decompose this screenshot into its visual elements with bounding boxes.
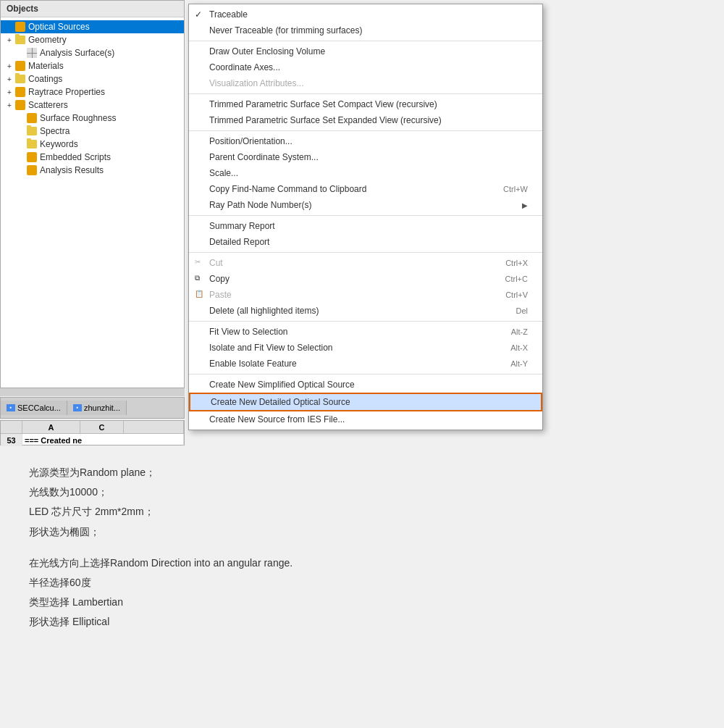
tree-expander[interactable]: + <box>5 75 14 83</box>
tree-item-coatings[interactable]: +Coatings <box>1 72 184 85</box>
menu-shortcut: Del <box>515 306 528 315</box>
tree-expander[interactable]: + <box>5 36 14 44</box>
tree-container: Optical Sources+GeometryAnalysis Surface… <box>1 17 184 180</box>
menu-item-label: Scale... <box>209 168 238 178</box>
tree-item-label: Analysis Surface(s) <box>40 48 114 58</box>
menu-item-position[interactable]: Position/Orientation... <box>189 133 542 149</box>
menu-shortcut: Ctrl+X <box>505 259 528 267</box>
tree-item-icon <box>27 152 37 162</box>
tab-icon: ▪ <box>73 404 82 411</box>
menu-item-label: Cut <box>209 258 223 268</box>
menu-item-trimmed_compact[interactable]: Trimmed Parametric Surface Set Compact V… <box>189 96 542 112</box>
text-line-1: 光线数为10000； <box>29 483 710 501</box>
menu-item-label: Create New Simplified Optical Source <box>209 380 355 390</box>
menu-separator <box>189 215 542 216</box>
menu-item-traceable[interactable]: Traceable <box>189 7 542 22</box>
menu-item-copy[interactable]: ⧉CopyCtrl+C <box>189 271 542 287</box>
text-line-3: 形状选为椭圆； <box>29 523 710 541</box>
tree-item-icon <box>27 140 37 148</box>
cut-icon: ✂ <box>195 258 206 268</box>
menu-item-create_ies[interactable]: Create New Source from IES File... <box>189 411 542 427</box>
cell-content: === Created ne <box>22 434 184 446</box>
menu-item-label: Ray Path Node Number(s) <box>209 200 311 210</box>
objects-header: Objects <box>1 1 184 17</box>
menu-item-create_simplified[interactable]: Create New Simplified Optical Source <box>189 377 542 393</box>
tree-expander[interactable]: + <box>5 88 14 96</box>
tree-item-label: Coatings <box>28 74 62 84</box>
menu-item-parent_coord[interactable]: Parent Coordinate System... <box>189 149 542 165</box>
tree-item-label: Surface Roughness <box>40 113 116 123</box>
menu-arrow-icon: ▶ <box>522 201 528 209</box>
tree-expander[interactable]: + <box>5 101 14 109</box>
menu-item-label: Visualization Attributes... <box>209 78 304 88</box>
menu-item-label: Delete (all highlighted items) <box>209 306 319 316</box>
tree-item-label: Geometry <box>28 35 67 45</box>
menu-item-label: Detailed Report <box>209 237 269 247</box>
menu-item-label: Summary Report <box>209 221 275 231</box>
tree-item-icon <box>27 113 37 123</box>
copy-icon: ⧉ <box>195 274 206 284</box>
tree-item-icon <box>15 22 25 32</box>
menu-item-label: Coordinate Axes... <box>209 62 280 72</box>
menu-separator <box>189 93 542 94</box>
scroll-indicator[interactable] <box>0 388 185 396</box>
menu-item-label: Traceable <box>209 9 248 20</box>
menu-item-delete[interactable]: Delete (all highlighted items)Del <box>189 303 542 319</box>
col-header-b: C <box>80 421 124 433</box>
menu-item-enable_isolate[interactable]: Enable Isolate FeatureAlt-Y <box>189 356 542 372</box>
menu-item-paste: 📋PasteCtrl+V <box>189 287 542 303</box>
paste-icon: 📋 <box>195 290 206 300</box>
menu-item-label: Fit View to Selection <box>209 327 288 337</box>
tab-label: SECCalcu... <box>17 403 61 412</box>
tree-item-surface-roughness[interactable]: Surface Roughness <box>1 112 184 125</box>
tree-item-keywords[interactable]: Keywords <box>1 138 184 151</box>
col-header-c <box>124 421 184 433</box>
menu-item-create_detailed[interactable]: Create New Detailed Optical Source <box>189 393 542 411</box>
menu-item-draw_outer[interactable]: Draw Outer Enclosing Volume <box>189 43 542 59</box>
app-container: Objects Optical Sources+GeometryAnalysis… <box>0 0 724 728</box>
menu-item-ray_path[interactable]: Ray Path Node Number(s)▶ <box>189 197 542 213</box>
tree-item-label: Analysis Results <box>40 165 104 175</box>
tree-item-analysis-surfaces[interactable]: Analysis Surface(s) <box>1 46 184 59</box>
tree-item-label: Spectra <box>40 126 70 136</box>
tree-item-geometry[interactable]: +Geometry <box>1 33 184 46</box>
tree-item-label: Optical Sources <box>28 22 90 32</box>
menu-item-isolate_fit[interactable]: Isolate and Fit View to SelectionAlt-X <box>189 340 542 356</box>
tree-item-raytrace-properties[interactable]: +Raytrace Properties <box>1 85 184 99</box>
tree-item-spectra[interactable]: Spectra <box>1 125 184 138</box>
tree-item-materials[interactable]: +Materials <box>1 59 184 72</box>
tree-item-scatterers[interactable]: +Scatterers <box>1 99 184 112</box>
tree-item-embedded-scripts[interactable]: Embedded Scripts <box>1 151 184 164</box>
menu-item-summary[interactable]: Summary Report <box>189 218 542 234</box>
tree-expander[interactable]: + <box>5 62 14 70</box>
col-header-num <box>1 421 22 433</box>
tab-item-1[interactable]: ▪zhunzhit... <box>67 401 127 415</box>
menu-item-never_traceable[interactable]: Never Traceable (for trimming surfaces) <box>189 22 542 38</box>
menu-item-coord_axes[interactable]: Coordinate Axes... <box>189 59 542 75</box>
menu-separator <box>189 321 542 322</box>
menu-shortcut: Ctrl+W <box>503 185 528 193</box>
menu-item-scale[interactable]: Scale... <box>189 165 542 181</box>
tree-item-icon <box>27 127 37 135</box>
menu-separator <box>189 130 542 131</box>
menu-item-label: Trimmed Parametric Surface Set Expanded … <box>209 115 442 125</box>
tab-item-0[interactable]: ▪SECCalcu... <box>1 401 67 415</box>
objects-panel: Objects Optical Sources+GeometryAnalysis… <box>0 0 185 395</box>
menu-item-detailed[interactable]: Detailed Report <box>189 234 542 250</box>
tree-item-icon <box>15 35 25 44</box>
menu-separator <box>189 41 542 41</box>
menu-separator <box>189 374 542 375</box>
menu-item-copy_find[interactable]: Copy Find-Name Command to ClipboardCtrl+… <box>189 181 542 197</box>
menu-shortcut: Alt-X <box>510 343 528 352</box>
tree-item-label: Materials <box>28 61 64 71</box>
text-line-6: 半径选择60度 <box>29 574 710 592</box>
menu-item-fit_view[interactable]: Fit View to SelectionAlt-Z <box>189 324 542 340</box>
tree-item-icon <box>15 87 25 97</box>
menu-shortcut: Ctrl+V <box>505 290 528 299</box>
spreadsheet-header: A C <box>1 421 184 434</box>
text-line-8: 形状选择 Elliptical <box>29 613 710 631</box>
tree-item-analysis-results[interactable]: Analysis Results <box>1 164 184 177</box>
tree-item-label: Raytrace Properties <box>28 87 105 97</box>
menu-item-trimmed_expanded[interactable]: Trimmed Parametric Surface Set Expanded … <box>189 112 542 128</box>
tree-item-optical-sources[interactable]: Optical Sources <box>1 20 184 33</box>
